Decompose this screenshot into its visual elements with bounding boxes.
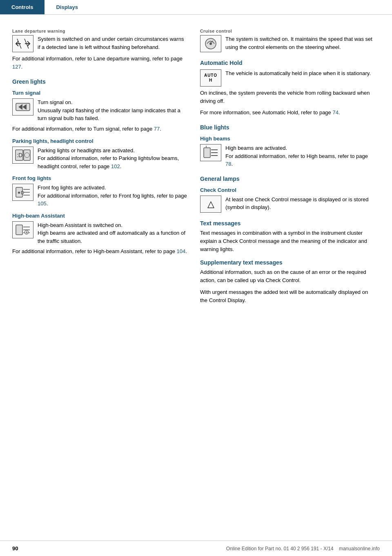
lane-departure-ref: For additional information, refer to Lan… <box>12 55 188 71</box>
top-navigation: Controls Displays <box>0 0 392 15</box>
check-control-icon: △ <box>200 196 221 213</box>
main-content: Lane departure warning System is switche… <box>0 15 392 328</box>
highbeam-assistant-ref: For additional information, refer to Hig… <box>12 247 188 256</box>
turn-signal-ref: For additional information, refer to Tur… <box>12 125 188 133</box>
high-beams-page-link[interactable]: 78 <box>225 161 231 167</box>
high-beams-icon <box>200 144 221 161</box>
blue-lights-heading: Blue lights <box>200 124 376 131</box>
highbeam-assistant-block: A High-beam Assistant is switched on. Hi… <box>12 221 188 245</box>
highbeam-assistant-heading: High-beam Assistant <box>12 213 188 219</box>
svg-text:A: A <box>26 231 28 234</box>
front-fog-page-link[interactable]: 105 <box>38 200 47 207</box>
high-beams-block: High beams are activated. For additional… <box>200 144 376 168</box>
left-column: Lane departure warning System is switche… <box>12 23 188 308</box>
automatic-hold-page-link[interactable]: 74 <box>332 109 338 116</box>
automatic-hold-body: On inclines, the system prevents the veh… <box>200 89 376 105</box>
lane-departure-icon <box>12 35 33 52</box>
parking-lights-text: Parking lights or headlights are activat… <box>38 147 188 171</box>
tab-controls[interactable]: Controls <box>0 0 45 14</box>
turn-signal-text: Turn signal on. Unusually rapid flashing… <box>38 98 188 122</box>
high-beams-text: High beams are activated. For additional… <box>225 144 376 168</box>
lane-departure-text: System is switched on and under certain … <box>38 35 188 52</box>
parking-lights-icon: :D <box>12 147 33 164</box>
right-column: Cruise control The system is switched on… <box>200 23 376 308</box>
green-lights-heading: Green lights <box>12 78 188 85</box>
cruise-control-block: The system is switched on. It maintains … <box>200 35 376 52</box>
automatic-hold-heading: Automatic Hold <box>200 60 376 66</box>
page-number: 90 <box>12 545 18 552</box>
automatic-hold-icon: AUTO H <box>200 69 221 87</box>
front-fog-icon: ⁕D <box>12 184 33 201</box>
tab-displays[interactable]: Displays <box>45 0 89 14</box>
supplementary-body2: With urgent messages the added text will… <box>200 288 376 305</box>
footer-copyright: Online Edition for Part no. 01 40 2 956 … <box>226 546 380 552</box>
front-fog-heading: Front fog lights <box>12 175 188 181</box>
front-fog-text: Front fog lights are activated. For addi… <box>38 184 188 208</box>
svg-text:⁕D: ⁕D <box>17 190 24 195</box>
check-control-text: At least one Check Control message is di… <box>225 196 376 213</box>
svg-text::D: :D <box>17 152 22 158</box>
turn-signal-heading: Turn signal <box>12 90 188 96</box>
cruise-control-label: Cruise control <box>200 29 376 33</box>
highbeam-assistant-page-link[interactable]: 104 <box>176 248 185 254</box>
cruise-control-text: The system is switched on. It maintains … <box>225 35 376 52</box>
turn-signal-page-link[interactable]: 77 <box>154 126 160 132</box>
lane-departure-block: System is switched on and under certain … <box>12 35 188 52</box>
lane-departure-label: Lane departure warning <box>12 29 188 33</box>
svg-rect-23 <box>204 148 210 158</box>
text-messages-body: Text messages in combination with a symb… <box>200 229 376 254</box>
supplementary-heading: Supplementary text messages <box>200 259 376 266</box>
footer: 90 Online Edition for Part no. 01 40 2 9… <box>0 540 392 556</box>
turn-signal-icon <box>12 98 33 116</box>
automatic-hold-ref: For more information, see Automatic Hold… <box>200 109 376 117</box>
lane-departure-page-link[interactable]: 127 <box>12 64 21 70</box>
high-beams-heading: High beams <box>200 136 376 142</box>
supplementary-body1: Additional information, such as on the c… <box>200 268 376 285</box>
svg-point-8 <box>24 153 29 158</box>
cruise-control-icon <box>200 35 221 52</box>
check-control-heading: Check Control <box>200 187 376 193</box>
parking-lights-block: :D Parking lights or headlights are acti… <box>12 147 188 171</box>
highbeam-assistant-icon: A <box>12 221 33 238</box>
turn-signal-block: Turn signal on. Unusually rapid flashing… <box>12 98 188 122</box>
automatic-hold-text: The vehicle is automatically held in pla… <box>225 69 371 87</box>
parking-lights-heading: Parking lights, headlight control <box>12 138 188 144</box>
svg-rect-14 <box>16 225 22 235</box>
highbeam-assistant-text: High-beam Assistant is switched on. High… <box>38 221 188 245</box>
check-control-block: △ At least one Check Control message is … <box>200 196 376 213</box>
text-messages-heading: Text messages <box>200 220 376 227</box>
general-lamps-heading: General lamps <box>200 176 376 182</box>
parking-lights-page-link[interactable]: 102 <box>111 163 120 169</box>
automatic-hold-block: AUTO H The vehicle is automatically held… <box>200 69 376 87</box>
front-fog-block: ⁕D Front fog lights are activated. For a… <box>12 184 188 208</box>
svg-point-21 <box>209 42 212 45</box>
